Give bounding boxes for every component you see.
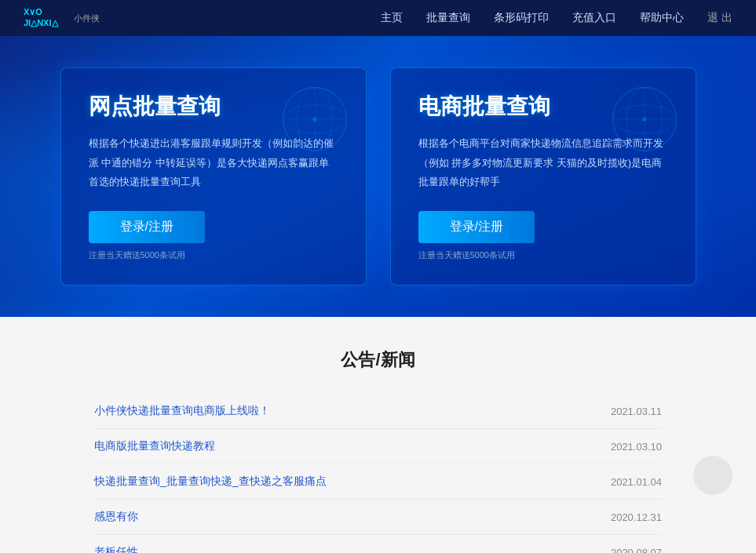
news-date-1: 2021.03.10 (611, 441, 662, 453)
logo: X∨O JI△NXI△ 小件侠 (24, 4, 100, 32)
news-section: 公告/新闻 小件侠快递批量查询电商版上线啦！ 2021.03.11 电商版批量查… (0, 317, 756, 553)
svg-point-13 (642, 117, 646, 121)
news-item: 老板任性 2020.08.07 (94, 535, 662, 553)
news-section-title: 公告/新闻 (94, 348, 662, 372)
nav-batch-query[interactable]: 批量查询 (426, 11, 470, 25)
news-date-2: 2021.01.04 (611, 476, 662, 488)
news-link-4[interactable]: 老板任性 (94, 545, 138, 553)
news-date-0: 2021.03.11 (611, 406, 662, 417)
nav-home[interactable]: 主页 (381, 11, 403, 25)
hero-card-ecommerce: 电商批量查询 根据各个电商平台对商家快递物流信息追踪需求而开发（例如 拼多多对物… (390, 67, 696, 286)
svg-text:X∨O: X∨O (24, 7, 42, 16)
hero-card-network: 网点批量查询 根据各个快递进出港客服跟单规则开发（例如韵达的催派 中通的错分 中… (60, 67, 367, 286)
card1-login-btn[interactable]: 登录/注册 (89, 211, 205, 243)
news-link-0[interactable]: 小件侠快递批量查询电商版上线啦！ (94, 404, 270, 418)
news-list: 小件侠快递批量查询电商版上线啦！ 2021.03.11 电商版批量查询快递教程 … (94, 394, 662, 553)
nav-help[interactable]: 帮助中心 (640, 11, 684, 25)
news-item: 小件侠快递批量查询电商版上线啦！ 2021.03.11 (94, 394, 662, 429)
news-date-4: 2020.08.07 (611, 547, 662, 553)
nav-logout[interactable]: 退 出 (707, 11, 732, 25)
news-link-3[interactable]: 感恩有你 (94, 510, 138, 524)
hero-banner: 网点批量查询 根据各个快递进出港客服跟单规则开发（例如韵达的催派 中通的错分 中… (0, 36, 756, 317)
card2-login-btn[interactable]: 登录/注册 (418, 211, 535, 243)
news-link-1[interactable]: 电商版批量查询快递教程 (94, 439, 215, 453)
svg-point-7 (312, 117, 316, 121)
news-link-2[interactable]: 快递批量查询_批量查询快递_查快递之客服痛点 (94, 475, 327, 489)
nav-bar: 主页 批量查询 条形码打印 充值入口 帮助中心 退 出 (381, 11, 732, 25)
svg-text:JI△NXI△: JI△NXI△ (24, 18, 59, 27)
scroll-hint (693, 456, 732, 495)
news-item: 感恩有你 2020.12.31 (94, 500, 662, 535)
news-date-3: 2020.12.31 (611, 511, 662, 523)
nav-recharge[interactable]: 充值入口 (572, 11, 616, 25)
globe-icon-1 (279, 84, 350, 155)
logo-subtitle: 小件侠 (74, 13, 100, 24)
card2-note: 注册当天赠送5000条试用 (418, 249, 668, 261)
logo-icon: X∨O JI△NXI△ (24, 4, 71, 32)
card1-note: 注册当天赠送5000条试用 (89, 249, 338, 261)
header: X∨O JI△NXI△ 小件侠 主页 批量查询 条形码打印 充值入口 帮助中心 … (0, 0, 756, 36)
news-item: 电商版批量查询快递教程 2021.03.10 (94, 429, 662, 464)
nav-barcode-print[interactable]: 条形码打印 (494, 11, 549, 25)
globe-icon-2 (609, 84, 680, 155)
news-item: 快递批量查询_批量查询快递_查快递之客服痛点 2021.01.04 (94, 464, 662, 500)
